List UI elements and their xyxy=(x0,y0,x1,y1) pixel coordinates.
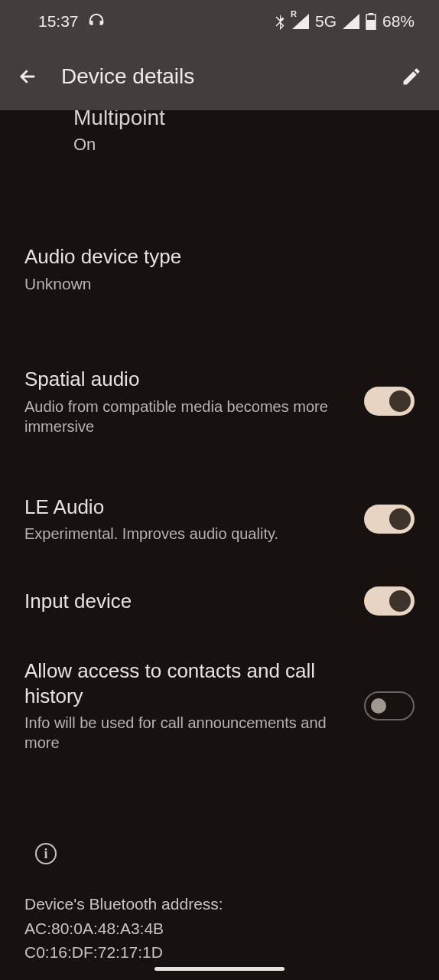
toggle-spatial-audio[interactable] xyxy=(364,387,415,416)
content-area: Multipoint On Audio device type Unknown … xyxy=(0,110,439,980)
setting-spatial-audio[interactable]: Spatial audio Audio from compatible medi… xyxy=(0,345,439,458)
setting-desc: Experimental. Improves audio quality. xyxy=(24,524,349,544)
setting-desc: Info will be used for call announcements… xyxy=(24,713,349,753)
app-bar: Device details xyxy=(0,43,439,110)
toggle-le-audio[interactable] xyxy=(364,505,415,534)
roaming-signal-icon: R xyxy=(292,14,309,29)
setting-title: LE Audio xyxy=(24,495,349,520)
setting-input-device[interactable]: Input device xyxy=(0,565,439,637)
status-left: 15:37 xyxy=(38,12,105,31)
network-label: 5G xyxy=(315,12,337,31)
toggle-contacts-access[interactable] xyxy=(364,691,415,720)
edit-icon[interactable] xyxy=(401,66,422,87)
nav-home-indicator[interactable] xyxy=(154,967,285,971)
footer-info: Device's Bluetooth address: AC:80:0A:48:… xyxy=(0,812,439,980)
setting-title: Spatial audio xyxy=(24,367,349,392)
battery-pct: 68% xyxy=(382,12,415,31)
setting-desc: Audio from compatible media becomes more… xyxy=(24,397,349,436)
signal-icon xyxy=(343,14,359,29)
setting-le-audio[interactable]: LE Audio Experimental. Improves audio qu… xyxy=(0,473,439,566)
footer-line-2: AC:80:0A:48:A3:4B xyxy=(24,916,415,941)
setting-title: Input device xyxy=(24,589,349,614)
section-value: Unknown xyxy=(24,275,415,293)
section-audio-device-type[interactable]: Audio device type Unknown xyxy=(0,224,439,315)
headphones-icon xyxy=(88,13,105,30)
status-right: R 5G 68% xyxy=(274,12,415,31)
toggle-input-device[interactable] xyxy=(364,586,415,616)
svg-rect-2 xyxy=(366,20,376,30)
footer-line-3: C0:16:DF:72:17:1D xyxy=(24,940,415,965)
page-title: Device details xyxy=(61,64,378,89)
status-time: 15:37 xyxy=(38,12,79,31)
setting-value: On xyxy=(73,135,415,155)
section-title: Audio device type xyxy=(24,245,415,269)
battery-icon xyxy=(366,13,376,30)
back-icon[interactable] xyxy=(17,66,38,87)
setting-multipoint[interactable]: Multipoint On xyxy=(0,110,439,170)
setting-title: Multipoint xyxy=(73,110,415,130)
status-bar: 15:37 R 5G 68% xyxy=(0,0,439,43)
info-icon xyxy=(35,843,57,864)
footer-line-1: Device's Bluetooth address: xyxy=(24,892,415,916)
setting-contacts-access[interactable]: Allow access to contacts and call histor… xyxy=(0,637,439,774)
setting-title: Allow access to contacts and call histor… xyxy=(24,658,349,708)
bluetooth-icon xyxy=(274,13,286,30)
